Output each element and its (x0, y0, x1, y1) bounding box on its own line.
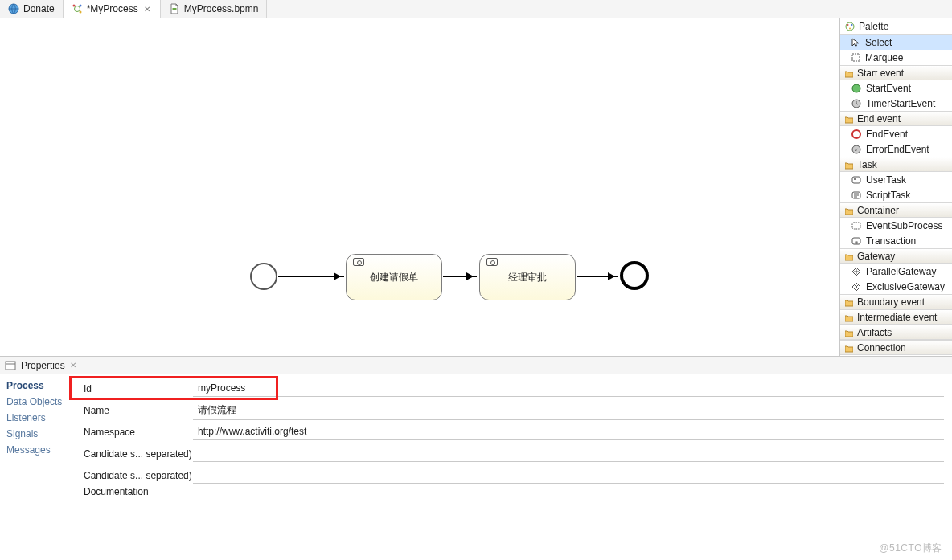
field-label: Name (72, 405, 193, 416)
end-event-node[interactable] (620, 261, 649, 290)
bpmn-canvas[interactable]: 创建请假单 经理审批 (0, 18, 839, 356)
folder-open-icon (845, 69, 853, 77)
name-field[interactable]: 请假流程 (193, 401, 944, 420)
svg-point-1 (74, 6, 80, 12)
row-candidate-a: Candidate s... separated) (72, 443, 944, 464)
palette-category-boundary[interactable]: Boundary event (840, 294, 952, 309)
properties-icon (5, 360, 16, 371)
tool-label: Select (865, 37, 892, 48)
folder-open-icon (845, 298, 853, 306)
marquee-icon (851, 53, 860, 62)
svg-rect-21 (6, 362, 15, 370)
candidate-a-field[interactable] (193, 446, 944, 462)
palette-tool-select[interactable]: Select (840, 35, 952, 50)
row-id: Id myProcess (72, 378, 944, 399)
category-label: Intermediate event (857, 312, 937, 323)
sequence-flow[interactable] (278, 276, 344, 277)
task-label: 经理审批 (508, 271, 547, 284)
svg-rect-10 (852, 54, 860, 61)
namespace-field[interactable]: http://www.activiti.org/test (193, 423, 944, 440)
palette-panel: Palette Select Marquee Start event Start… (839, 18, 952, 356)
item-label: StartEvent (866, 83, 911, 94)
palette-item-timerstartevent[interactable]: TimerStartEvent (840, 96, 952, 111)
folder-open-icon (845, 313, 853, 321)
palette-category-task[interactable]: Task (840, 157, 952, 172)
watermark: @51CTO博客 (879, 542, 942, 555)
tab-label: *MyProcess (87, 3, 138, 14)
properties-tab-data-objects[interactable]: Data Objects (2, 394, 71, 410)
palette-item-exclusivegateway[interactable]: ExclusiveGateway (840, 279, 952, 294)
properties-form: Id myProcess Name 请假流程 Namespace http://… (72, 374, 952, 560)
properties-tab-signals[interactable]: Signals (2, 426, 71, 442)
palette-item-startevent[interactable]: StartEvent (840, 80, 952, 96)
svg-point-9 (849, 27, 851, 29)
palette-item-parallelgateway[interactable]: ParallelGateway (840, 264, 952, 279)
palette-category-start-event[interactable]: Start event (840, 65, 952, 80)
palette-icon (845, 22, 855, 31)
item-label: ExclusiveGateway (866, 281, 945, 292)
row-documentation: Documentation (72, 486, 944, 542)
palette-item-scripttask[interactable]: ScriptTask (840, 187, 952, 202)
timer-event-icon (851, 99, 861, 108)
palette-category-intermediate[interactable]: Intermediate event (840, 309, 952, 325)
properties-tab-process[interactable]: Process (2, 378, 71, 394)
sequence-flow[interactable] (443, 276, 477, 277)
tab-donate[interactable]: Donate (0, 0, 64, 18)
user-task-node-1[interactable]: 创建请假单 (346, 254, 442, 300)
transaction-icon (851, 236, 861, 246)
editor-workarea: 创建请假单 经理审批 Palette Select Marquee Start … (0, 18, 952, 357)
palette-category-connection[interactable]: Connection (840, 340, 952, 355)
svg-point-8 (851, 24, 853, 26)
properties-tab-listeners[interactable]: Listeners (2, 410, 71, 426)
palette-category-container[interactable]: Container (840, 202, 952, 218)
sequence-flow[interactable] (577, 276, 618, 277)
user-task-node-2[interactable]: 经理审批 (479, 254, 576, 300)
palette-item-eventsubprocess[interactable]: EventSubProcess (840, 218, 952, 233)
globe-icon (8, 3, 19, 14)
item-label: TimerStartEvent (866, 98, 935, 109)
properties-title-label: Properties (21, 360, 65, 371)
tool-label: Marquee (865, 52, 903, 63)
svg-rect-5 (172, 8, 176, 10)
parallel-gateway-icon (851, 267, 861, 276)
palette-item-transaction[interactable]: Transaction (840, 233, 952, 248)
svg-point-13 (852, 130, 860, 138)
svg-point-2 (72, 5, 75, 7)
properties-tab-messages[interactable]: Messages (2, 442, 71, 458)
folder-open-icon (845, 252, 853, 260)
item-label: Transaction (866, 235, 916, 247)
palette-category-artifacts[interactable]: Artifacts (840, 325, 952, 340)
svg-rect-18 (852, 223, 860, 229)
svg-point-3 (79, 5, 81, 7)
user-task-icon (486, 258, 498, 266)
palette-item-errorendevent[interactable]: ErrorEndEvent (840, 141, 952, 157)
category-label: Boundary event (857, 296, 925, 308)
tab-label: Donate (23, 3, 55, 14)
tab-bpmnfile[interactable]: MyProcess.bpmn (161, 0, 268, 18)
item-label: EventSubProcess (866, 220, 942, 231)
start-event-node[interactable] (250, 263, 277, 290)
item-label: UserTask (866, 174, 906, 186)
error-event-icon (851, 145, 861, 154)
palette-tool-marquee[interactable]: Marquee (840, 50, 952, 65)
id-field[interactable]: myProcess (193, 380, 944, 397)
task-label: 创建请假单 (370, 271, 418, 284)
documentation-field[interactable] (193, 486, 944, 542)
palette-category-end-event[interactable]: End event (840, 111, 952, 126)
close-icon[interactable]: ✕ (142, 5, 152, 14)
field-label: Id (72, 383, 193, 394)
palette-item-usertask[interactable]: UserTask (840, 172, 952, 187)
exclusive-gateway-icon (851, 282, 861, 292)
tab-myprocess[interactable]: *MyProcess ✕ (64, 0, 161, 18)
properties-view-title: Properties ✕ (0, 357, 952, 374)
palette-category-gateway[interactable]: Gateway (840, 248, 952, 264)
category-label: Task (857, 159, 877, 170)
palette-item-endevent[interactable]: EndEvent (840, 126, 952, 141)
user-task-icon (851, 175, 861, 185)
candidate-b-field[interactable] (193, 468, 944, 484)
close-icon[interactable]: ✕ (70, 361, 76, 370)
end-event-icon (851, 129, 861, 139)
row-name: Name 请假流程 (72, 399, 944, 421)
svg-point-16 (854, 178, 856, 180)
start-event-icon (851, 84, 861, 93)
